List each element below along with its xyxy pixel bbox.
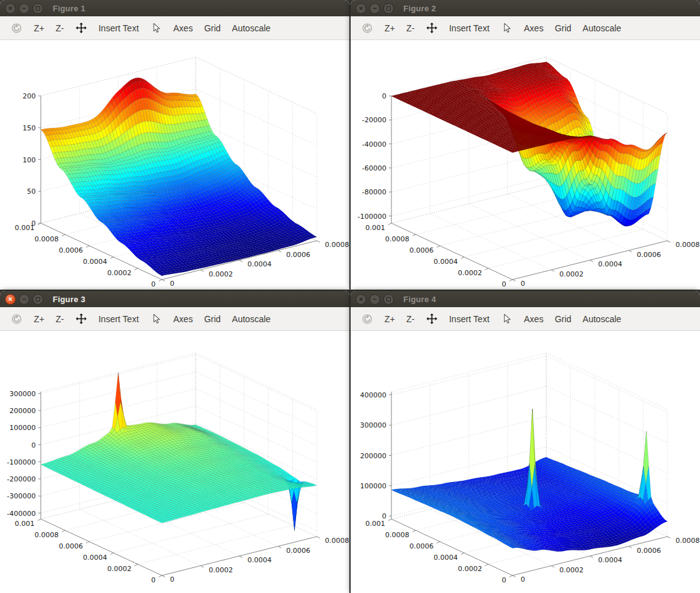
svg-text:150: 150 <box>23 124 36 132</box>
window-title: Figure 3 <box>53 295 85 304</box>
surface-plot: 00.00020.00040.00060.000800.00020.00040.… <box>0 331 349 593</box>
close-button[interactable]: × <box>356 294 366 305</box>
toolbar-button-grid[interactable]: Grid <box>549 307 576 330</box>
svg-text:0.0006: 0.0006 <box>410 246 434 255</box>
svg-text:-300000: -300000 <box>7 492 36 500</box>
maximize-icon <box>386 297 391 302</box>
toolbar-button-axes[interactable]: Axes <box>167 307 198 330</box>
titlebar[interactable]: × − Figure 3 <box>0 291 349 307</box>
svg-text:0.0004: 0.0004 <box>433 554 458 562</box>
close-button[interactable]: × <box>5 3 16 14</box>
maximize-button[interactable] <box>383 294 394 305</box>
toolbar-button-z-[interactable]: Z+ <box>28 307 50 330</box>
svg-text:0: 0 <box>151 280 156 288</box>
maximize-button[interactable] <box>33 3 43 14</box>
svg-text:0.0006: 0.0006 <box>286 251 310 259</box>
svg-text:300000: 300000 <box>9 390 36 398</box>
toolbar-button-insert-text[interactable]: Insert Text <box>93 16 144 39</box>
toolbar-button-insert-text[interactable]: Insert Text <box>93 307 144 330</box>
toolbar: Z+Z-Insert TextAxesGridAutoscale <box>0 307 349 331</box>
toolbar-button-axes[interactable]: Axes <box>518 307 549 330</box>
toolbar-button-z-[interactable]: Z+ <box>28 16 50 39</box>
svg-text:0: 0 <box>502 576 506 584</box>
toolbar-button-grid[interactable]: Grid <box>198 16 226 39</box>
move-icon[interactable] <box>70 307 93 330</box>
surface-mesh <box>391 62 667 226</box>
titlebar[interactable]: × − Figure 1 <box>0 0 349 16</box>
toolbar-button-z-[interactable]: Z- <box>50 307 70 330</box>
svg-text:-200000: -200000 <box>7 475 36 483</box>
surface-plot: 00.00020.00040.00060.000800.00020.00040.… <box>351 331 700 593</box>
svg-text:0: 0 <box>31 441 36 449</box>
plot-canvas[interactable]: 00.00020.00040.00060.000800.00020.00040.… <box>0 40 349 290</box>
svg-text:0.0002: 0.0002 <box>559 566 584 574</box>
toolbar-button-insert-text[interactable]: Insert Text <box>443 307 495 330</box>
maximize-button[interactable] <box>383 3 394 14</box>
move-icon[interactable] <box>420 16 443 39</box>
rotate-icon[interactable] <box>5 16 28 39</box>
svg-text:0.0006: 0.0006 <box>59 246 83 255</box>
move-icon[interactable] <box>420 307 443 330</box>
plot-canvas[interactable]: 00.00020.00040.00060.000800.00020.00040.… <box>0 331 349 593</box>
svg-text:200000: 200000 <box>9 407 36 415</box>
titlebar[interactable]: × − Figure 4 <box>351 291 700 307</box>
rotate-icon[interactable] <box>5 307 28 330</box>
surface-plot: 00.00020.00040.00060.000800.00020.00040.… <box>351 40 700 290</box>
surface-mesh <box>391 409 667 551</box>
figure-4-window: × − Figure 4 Z+Z-Insert TextAxesGridAuto… <box>351 291 700 593</box>
toolbar-button-z-[interactable]: Z- <box>401 307 420 330</box>
toolbar-button-axes[interactable]: Axes <box>167 16 198 39</box>
move-icon[interactable] <box>70 16 93 39</box>
minimize-button[interactable]: − <box>369 294 380 305</box>
titlebar[interactable]: × − Figure 2 <box>351 0 700 16</box>
toolbar-button-insert-text[interactable]: Insert Text <box>443 16 495 39</box>
svg-text:0.0008: 0.0008 <box>325 537 349 545</box>
svg-text:0.0002: 0.0002 <box>107 269 132 277</box>
plot-canvas[interactable]: 00.00020.00040.00060.000800.00020.00040.… <box>351 331 700 593</box>
svg-text:0.001: 0.001 <box>15 520 35 528</box>
svg-text:0.0006: 0.0006 <box>410 542 434 550</box>
toolbar-button-autoscale[interactable]: Autoscale <box>577 307 627 330</box>
rotate-icon[interactable] <box>356 307 379 330</box>
svg-text:0: 0 <box>170 575 174 584</box>
toolbar-button-grid[interactable]: Grid <box>198 307 226 330</box>
svg-text:0.0008: 0.0008 <box>385 531 410 539</box>
maximize-icon <box>36 6 40 11</box>
minimize-button[interactable]: − <box>369 3 380 14</box>
pointer-icon[interactable] <box>495 16 518 39</box>
svg-text:0.0006: 0.0006 <box>286 547 310 555</box>
toolbar-button-autoscale[interactable]: Autoscale <box>226 307 276 330</box>
toolbar-button-grid[interactable]: Grid <box>549 16 576 39</box>
rotate-icon[interactable] <box>356 16 379 39</box>
svg-text:-100000: -100000 <box>358 213 386 221</box>
svg-text:0.0004: 0.0004 <box>83 554 107 562</box>
pointer-icon[interactable] <box>144 16 167 39</box>
toolbar-button-axes[interactable]: Axes <box>518 16 549 39</box>
figure-2-window: × − Figure 2 Z+Z-Insert TextAxesGridAuto… <box>351 0 700 290</box>
plot-canvas[interactable]: 00.00020.00040.00060.000800.00020.00040.… <box>351 40 700 290</box>
close-button[interactable]: × <box>5 294 16 305</box>
svg-text:0.0002: 0.0002 <box>458 565 482 573</box>
minimize-button[interactable]: − <box>19 3 29 14</box>
svg-text:0.0004: 0.0004 <box>248 260 272 268</box>
maximize-button[interactable] <box>33 294 43 305</box>
minimize-button[interactable]: − <box>19 294 29 305</box>
toolbar-button-z-[interactable]: Z- <box>50 16 70 39</box>
pointer-icon[interactable] <box>495 307 518 330</box>
toolbar-button-autoscale[interactable]: Autoscale <box>226 16 276 39</box>
svg-text:-20000: -20000 <box>362 116 386 124</box>
toolbar-button-z-[interactable]: Z+ <box>379 307 401 330</box>
svg-text:-80000: -80000 <box>362 188 386 196</box>
close-button[interactable]: × <box>356 3 366 14</box>
toolbar-button-z-[interactable]: Z+ <box>379 16 401 39</box>
svg-text:200000: 200000 <box>360 452 386 460</box>
svg-text:0.0008: 0.0008 <box>385 235 410 243</box>
close-icon: × <box>8 5 12 12</box>
close-icon: × <box>359 296 363 303</box>
svg-text:400000: 400000 <box>360 391 386 399</box>
toolbar-button-autoscale[interactable]: Autoscale <box>577 16 627 39</box>
svg-text:0.0002: 0.0002 <box>209 566 233 574</box>
pointer-icon[interactable] <box>144 307 167 330</box>
svg-text:0: 0 <box>170 280 174 288</box>
toolbar-button-z-[interactable]: Z- <box>401 16 420 39</box>
